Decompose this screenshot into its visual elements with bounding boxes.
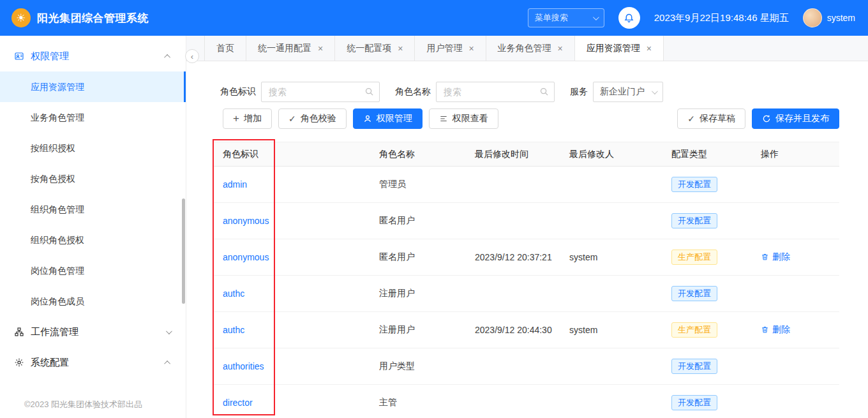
sidebar-item[interactable]: 组织角色授权 — [0, 225, 186, 255]
chevron-up-icon — [164, 360, 170, 366]
button-label: 保存并且发布 — [775, 113, 829, 124]
permission-view-button[interactable]: 权限查看 — [429, 108, 498, 129]
role-name-cell: 主管 — [369, 385, 465, 418]
search-icon[interactable] — [539, 87, 549, 96]
main-area: 首页统一通用配置×统一配置项×用户管理×业务角色管理×应用资源管理× 角色标识 … — [186, 36, 868, 418]
table-row: authc注册用户开发配置 — [213, 276, 839, 312]
tab-close-icon[interactable]: × — [647, 44, 652, 53]
tab-close-icon[interactable]: × — [468, 44, 474, 53]
tab[interactable]: 应用资源管理× — [575, 36, 664, 61]
modified-time-cell — [465, 167, 559, 203]
role-name-cell: 注册用户 — [369, 276, 465, 312]
tab-label: 应用资源管理 — [587, 43, 640, 54]
table-row: authc注册用户2023/9/12 20:44:30system生产配置删除 — [213, 312, 839, 348]
menu-search-select[interactable]: 菜单搜索 — [528, 8, 604, 27]
sidebar-collapse-button[interactable]: ‹ — [185, 49, 199, 63]
role-id-link[interactable]: anonymous — [223, 252, 269, 262]
button-label: 角色校验 — [301, 113, 336, 124]
save-draft-button[interactable]: ✓ 保存草稿 — [677, 108, 745, 129]
tab-close-icon[interactable]: × — [318, 44, 323, 53]
add-button[interactable]: + 增加 — [223, 108, 272, 129]
sidebar-item[interactable]: 岗位角色成员 — [0, 286, 186, 317]
datetime-text: 2023年9月22日19:48:46 星期五 — [654, 12, 789, 24]
tab[interactable]: 统一配置项× — [335, 36, 415, 61]
modified-by-cell — [559, 348, 661, 385]
button-label: 权限管理 — [377, 113, 412, 124]
config-type-badge: 开发配置 — [671, 177, 717, 192]
roles-table: 角色标识角色名称最后修改时间最后修改人配置类型操作 admin管理员开发配置an… — [213, 142, 839, 418]
permission-manage-button[interactable]: 权限管理 — [353, 108, 423, 129]
sidebar-item[interactable]: 岗位角色管理 — [0, 255, 186, 286]
service-select[interactable]: 新企业门户 — [593, 82, 663, 102]
sidebar-scrollbar[interactable] — [182, 198, 185, 304]
table-header-row: 角色标识角色名称最后修改时间最后修改人配置类型操作 — [213, 142, 839, 167]
chevron-down-icon — [166, 328, 172, 334]
actions-cell — [751, 203, 839, 239]
button-label: 保存草稿 — [700, 113, 735, 124]
delete-button[interactable]: 删除 — [761, 324, 790, 336]
role-id-link[interactable]: anonymous — [223, 216, 269, 226]
role-id-search-input[interactable] — [261, 82, 380, 102]
sidebar-group-label: 工作流管理 — [31, 326, 160, 338]
role-id-link[interactable]: authc — [223, 288, 244, 299]
modified-time-cell: 2023/9/12 20:37:21 — [465, 239, 559, 276]
modified-time-cell — [465, 276, 559, 312]
content-panel: 角色标识 角色名称 服务 新企业门户 + 增加 ✓ 角色校 — [186, 82, 868, 418]
notification-button[interactable] — [618, 7, 640, 29]
role-name-cell: 匿名用户 — [369, 239, 465, 276]
column-header: 最后修改人 — [559, 142, 661, 167]
tab[interactable]: 统一通用配置× — [246, 36, 335, 61]
modified-time-cell — [465, 348, 559, 385]
sidebar-group-header[interactable]: 权限管理 — [0, 41, 186, 71]
filter-row: 角色标识 角色名称 服务 新企业门户 — [220, 82, 839, 102]
username: system — [827, 13, 855, 23]
delete-label: 删除 — [772, 324, 790, 336]
role-name-cell: 匿名用户 — [369, 203, 465, 239]
list-icon — [439, 114, 448, 123]
role-id-link[interactable]: director — [223, 398, 253, 408]
delete-button[interactable]: 删除 — [761, 251, 790, 263]
tab[interactable]: 业务角色管理× — [486, 36, 575, 61]
tab-bar: 首页统一通用配置×统一配置项×用户管理×业务角色管理×应用资源管理× — [186, 36, 868, 61]
sidebar-item[interactable]: 按组织授权 — [0, 133, 186, 163]
role-id-link[interactable]: admin — [223, 179, 247, 190]
actions-cell — [751, 385, 839, 418]
table-row: director主管开发配置 — [213, 385, 839, 418]
role-id-link[interactable]: authc — [223, 325, 244, 335]
config-type-badge: 开发配置 — [671, 359, 717, 374]
menu-search-placeholder: 菜单搜索 — [535, 12, 568, 24]
tab[interactable]: 用户管理× — [415, 36, 486, 61]
bell-icon — [624, 13, 634, 24]
avatar[interactable] — [803, 8, 822, 27]
sidebar-item[interactable]: 业务角色管理 — [0, 102, 186, 133]
role-name-cell: 管理员 — [369, 167, 465, 203]
role-id-link[interactable]: authorities — [223, 361, 264, 371]
sidebar-group-header[interactable]: 系统配置 — [0, 347, 186, 378]
role-name-filter-label: 角色名称 — [395, 86, 431, 98]
tab-close-icon[interactable]: × — [398, 44, 403, 53]
role-name-search-input[interactable] — [436, 82, 555, 102]
modified-time-cell — [465, 203, 559, 239]
person-icon — [363, 114, 372, 123]
sidebar-group-header[interactable]: 工作流管理 — [0, 317, 186, 347]
app-title: 阳光集团综合管理系统 — [37, 11, 149, 26]
table-body: admin管理员开发配置anonymous匿名用户开发配置anonymous匿名… — [213, 167, 839, 418]
sidebar-group-label: 权限管理 — [31, 50, 160, 63]
check-icon: ✓ — [288, 114, 296, 123]
sidebar-item[interactable]: 应用资源管理 — [0, 71, 186, 102]
column-header: 角色名称 — [369, 142, 465, 167]
modified-by-cell — [559, 203, 661, 239]
search-icon[interactable] — [364, 87, 374, 96]
tab-label: 统一通用配置 — [258, 43, 311, 54]
tab-close-icon[interactable]: × — [558, 44, 563, 53]
sidebar-group-label: 系统配置 — [31, 357, 160, 369]
save-publish-button[interactable]: 保存并且发布 — [752, 108, 839, 129]
role-verify-button[interactable]: ✓ 角色校验 — [278, 108, 347, 129]
actions-cell: 删除 — [751, 239, 839, 276]
sidebar-footer: ©2023 阳光集团体验技术部出品 — [24, 399, 142, 410]
tab[interactable]: 首页 — [204, 36, 246, 61]
sidebar-item[interactable]: 按角色授权 — [0, 163, 186, 194]
sidebar-item[interactable]: 组织角色管理 — [0, 194, 186, 225]
chevron-down-icon — [593, 14, 599, 20]
actions-cell — [751, 167, 839, 203]
